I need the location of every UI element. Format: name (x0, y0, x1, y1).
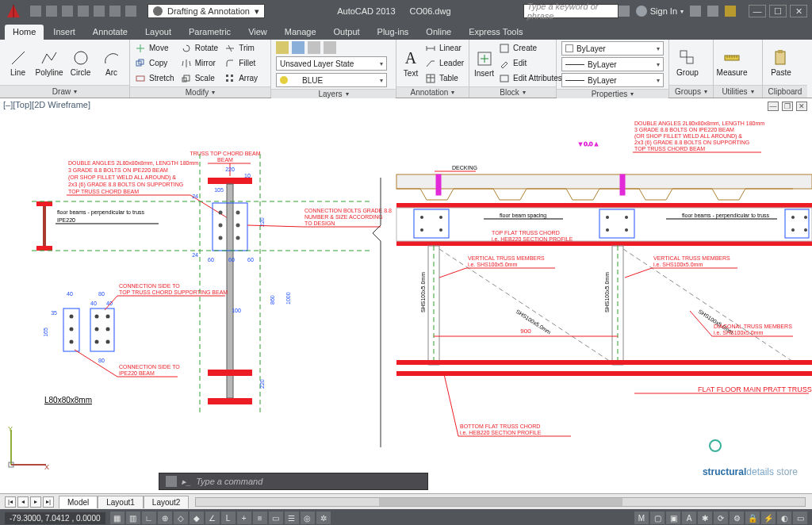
lineweight-combo[interactable]: ByLayer▾ (561, 57, 664, 71)
qp-toggle[interactable]: ☰ (285, 512, 299, 524)
sc-toggle[interactable]: ◎ (301, 512, 315, 524)
isolate-objects[interactable]: ◐ (777, 512, 791, 524)
edit-attributes-button[interactable]: Edit Attributes (499, 71, 562, 85)
drawing-area[interactable]: [–][Top][2D Wireframe] — ❐ ✕ DOUBLE ANGL… (0, 98, 812, 509)
infocenter-icon[interactable] (619, 6, 630, 17)
stretch-button[interactable]: Stretch (135, 71, 174, 85)
3dosnap-toggle[interactable]: ◆ (190, 512, 204, 524)
doc-restore-button[interactable]: ❐ (782, 102, 793, 111)
chevron-down-icon[interactable]: ▾ (704, 88, 707, 95)
layerlock-icon[interactable] (308, 41, 320, 54)
chevron-down-icon[interactable]: ▾ (451, 89, 454, 96)
linear-dim-button[interactable]: Linear (425, 41, 464, 55)
help-search[interactable]: Type a keyword or phrase (523, 4, 619, 18)
orthomode-toggle[interactable]: ∟ (142, 512, 156, 524)
chevron-down-icon[interactable]: ▾ (212, 89, 215, 96)
block-edit-button[interactable]: Edit (499, 56, 562, 70)
block-create-button[interactable]: Create (499, 41, 562, 55)
model-space[interactable]: DOUBLE ANGLES 2L80x80x8mm, LENGTH 180mm … (0, 98, 812, 509)
chevron-down-icon[interactable]: ▾ (523, 89, 526, 96)
lock-ui[interactable]: 🔒 (745, 512, 760, 524)
tab-manage[interactable]: Manage (277, 25, 324, 40)
measure-button[interactable]: Measure (718, 48, 745, 77)
line-button[interactable]: Line (5, 48, 31, 77)
text-button[interactable]: AText (401, 49, 420, 78)
annovis-toggle[interactable]: ✱ (698, 512, 712, 524)
leader-button[interactable]: Leader (425, 56, 464, 70)
fillet-button[interactable]: Fillet (224, 56, 258, 70)
annoauto-toggle[interactable]: ⟳ (714, 512, 728, 524)
paste-button[interactable]: Paste (768, 48, 795, 77)
tab-layout1[interactable]: Layout1 (98, 496, 144, 508)
tab-next-icon[interactable]: ▸ (30, 496, 41, 508)
doc-minimize-button[interactable]: — (768, 102, 779, 111)
linetype-combo[interactable]: ByLayer▾ (561, 73, 664, 87)
annoscale-button[interactable]: A (682, 512, 696, 524)
qat-redo-icon[interactable] (125, 6, 136, 17)
array-button[interactable]: Array (224, 71, 258, 85)
group-button[interactable]: Group (674, 48, 701, 77)
tab-plugins[interactable]: Plug-ins (370, 25, 417, 40)
trim-button[interactable]: Trim (224, 41, 258, 55)
ducs-toggle[interactable]: L (221, 512, 236, 524)
rotate-button[interactable]: Rotate (181, 41, 218, 55)
chevron-down-icon[interactable]: ▾ (751, 88, 754, 95)
coordinates-readout[interactable]: -79.3000, 7.0412 , 0.0000 (5, 512, 105, 524)
table-button[interactable]: Table (425, 71, 464, 85)
mirror-button[interactable]: Mirror (181, 56, 218, 70)
qat-save-icon[interactable] (62, 6, 73, 17)
close-icon[interactable] (166, 476, 177, 487)
circle-button[interactable]: Circle (67, 48, 94, 77)
scale-button[interactable]: Scale (181, 71, 218, 85)
tab-last-icon[interactable]: ▸| (43, 496, 54, 508)
app-logo[interactable] (3, 1, 24, 21)
tab-parametric[interactable]: Parametric (181, 25, 239, 40)
sign-in[interactable]: Sign In ▾ (636, 6, 684, 17)
command-line[interactable]: ▸_ Type a command (159, 473, 428, 490)
layerstate-combo[interactable]: Unsaved Layer State▾ (276, 56, 387, 71)
polyline-button[interactable]: Polyline (36, 48, 63, 77)
am-toggle[interactable]: ✲ (316, 512, 331, 524)
qat-new-icon[interactable] (30, 6, 41, 17)
minimize-button[interactable]: — (749, 5, 766, 17)
chevron-down-icon[interactable]: ▾ (630, 90, 634, 98)
gridmode-toggle[interactable]: ▥ (126, 512, 140, 524)
qat-plot-icon[interactable] (94, 6, 105, 17)
tpy-toggle[interactable]: ▭ (269, 512, 283, 524)
otrack-toggle[interactable]: ∠ (205, 512, 220, 524)
qat-open-icon[interactable] (46, 6, 57, 17)
tab-layout[interactable]: Layout (137, 25, 179, 40)
workspace-switch[interactable]: ⚙ (730, 512, 744, 524)
tab-view[interactable]: View (240, 25, 275, 40)
tab-annotate[interactable]: Annotate (85, 25, 136, 40)
tab-expresstools[interactable]: Express Tools (461, 25, 530, 40)
tab-online[interactable]: Online (418, 25, 459, 40)
tab-output[interactable]: Output (326, 25, 368, 40)
move-button[interactable]: Move (135, 41, 174, 55)
tab-layout2[interactable]: Layout2 (144, 496, 190, 508)
dyn-toggle[interactable]: + (237, 512, 251, 524)
tab-insert[interactable]: Insert (45, 25, 83, 40)
stayconnected-icon[interactable] (707, 6, 718, 17)
qat-undo-icon[interactable] (109, 6, 121, 17)
hardware-accel[interactable]: ⚡ (761, 512, 776, 524)
layerprops-icon[interactable] (276, 41, 289, 54)
arc-button[interactable]: Arc (98, 48, 124, 77)
layer-combo[interactable]: BLUE▾ (276, 73, 387, 87)
lwt-toggle[interactable]: ≡ (253, 512, 267, 524)
quickview-drawings[interactable]: ▣ (666, 512, 680, 524)
tab-home[interactable]: Home (5, 25, 44, 40)
tab-model[interactable]: Model (59, 496, 98, 508)
modelspace-toggle[interactable]: M (634, 512, 649, 524)
viewport-controls[interactable]: [–][Top][2D Wireframe] (3, 100, 90, 109)
maximize-button[interactable]: ☐ (769, 5, 787, 17)
chevron-down-icon[interactable]: ▾ (74, 88, 77, 95)
doc-close-button[interactable]: ✕ (796, 102, 807, 111)
quickview-layouts[interactable]: ▢ (650, 512, 665, 524)
exchange-icon[interactable] (690, 6, 701, 17)
osnap-toggle[interactable]: ◇ (174, 512, 188, 524)
help-icon[interactable] (725, 6, 736, 17)
snapmode-toggle[interactable]: ▦ (110, 512, 124, 524)
color-combo[interactable]: ByLayer▾ (561, 41, 664, 56)
copy-button[interactable]: Copy (135, 56, 174, 70)
